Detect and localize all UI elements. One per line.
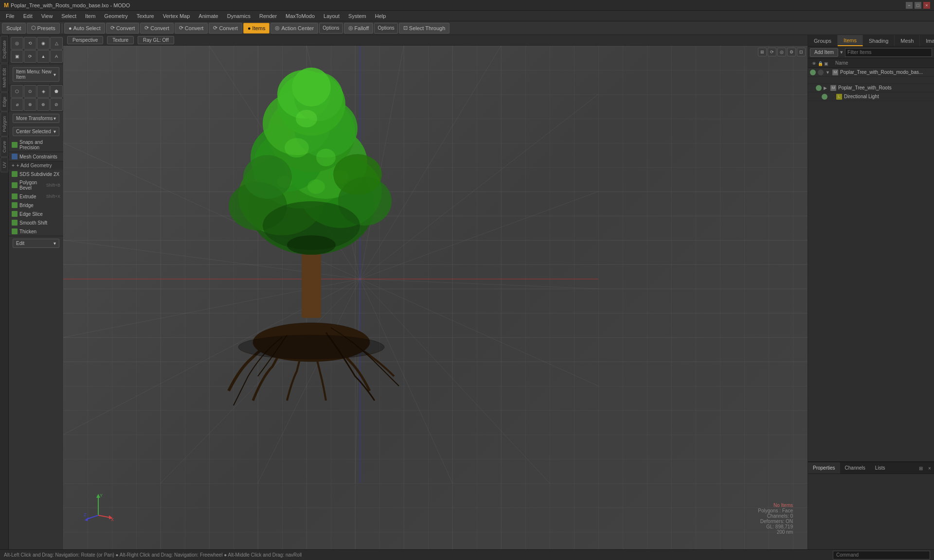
command-input[interactable] (833, 551, 930, 560)
tab-items[interactable]: Items (838, 35, 863, 46)
menu-select[interactable]: Select (57, 12, 80, 20)
snaps-precision-button[interactable]: Snaps and Precision (9, 138, 63, 152)
sculpt-button[interactable]: Sculpt (2, 23, 26, 34)
item-row-0[interactable]: ▼ M Poplar_Tree_with_Roots_modo_bas... (808, 68, 934, 77)
sculpt-btn-4[interactable]: ▣ (11, 50, 23, 63)
sculpt-btn-1[interactable]: ⟲ (24, 37, 36, 50)
prop-expand-icon[interactable]: ⊞ (916, 462, 925, 474)
sculpt-btn-5[interactable]: ⟳ (24, 50, 36, 63)
presets-button[interactable]: ⬡ Presets (27, 23, 60, 34)
sculpt-btn-11[interactable]: ⬟ (50, 85, 63, 98)
extrude-button[interactable]: Extrude Shift+X (9, 192, 63, 201)
mesh-constraints-button[interactable]: Mesh Constraints (9, 152, 63, 161)
center-selected-button[interactable]: Center Selected ▾ (13, 127, 59, 136)
sculpt-btn-14[interactable]: ⊕ (37, 98, 50, 111)
properties-tab[interactable]: Properties (808, 462, 840, 473)
sculpt-btn-0[interactable]: ◎ (11, 37, 23, 50)
item-row-1[interactable] (808, 77, 934, 84)
tab-shading[interactable]: Shading (863, 35, 895, 46)
options-button-1[interactable]: Options (319, 23, 342, 34)
bridge-button[interactable]: Bridge (9, 201, 63, 210)
menu-item[interactable]: Item (81, 12, 99, 20)
sculpt-btn-2[interactable]: ◉ (37, 37, 50, 50)
convert-button-1[interactable]: ⟳ Convert (106, 23, 140, 34)
vtab-polygon[interactable]: Polygon (0, 112, 8, 137)
sds-subdivide-button[interactable]: SDS Subdivide 2X (9, 170, 63, 178)
items-button[interactable]: ● Items (243, 23, 270, 34)
menu-view[interactable]: View (37, 12, 57, 20)
options-button-2[interactable]: Options (374, 23, 397, 34)
items-header-icons: 👁 🔒 ▣ (812, 60, 831, 66)
vtab-edge[interactable]: Edge (0, 92, 8, 111)
menu-file[interactable]: File (2, 12, 18, 20)
vp-icon-5[interactable]: ⊡ (797, 48, 806, 56)
sculpt-btn-12[interactable]: ⌀ (11, 98, 23, 111)
channels-tab[interactable]: Channels (840, 462, 870, 473)
smooth-shift-button[interactable]: Smooth Shift (9, 218, 63, 227)
menu-maxtomodo[interactable]: MaxToModo (282, 12, 319, 20)
menu-geometry[interactable]: Geometry (100, 12, 131, 20)
item-0-expand-icon[interactable]: ▼ (826, 70, 830, 75)
item-row-3[interactable]: L Directional Light (808, 92, 934, 101)
convert-button-3[interactable]: ⟳ Convert (175, 23, 208, 34)
sculpt-btn-15[interactable]: ⊘ (50, 98, 63, 111)
thicken-button[interactable]: Thicken (9, 227, 63, 236)
menu-vertex-map[interactable]: Vertex Map (159, 12, 194, 20)
vtab-duplicate[interactable]: Duplicate (0, 36, 8, 63)
vp-icon-1[interactable]: ⊞ (758, 48, 767, 56)
filter-items-input[interactable] (845, 48, 932, 57)
sculpt-btn-10[interactable]: ◈ (37, 85, 50, 98)
vp-icon-4[interactable]: ⚙ (787, 48, 796, 56)
tab-mesh[interactable]: Mesh (895, 35, 920, 46)
sculpt-btn-3[interactable]: △ (50, 37, 63, 50)
vtab-mesh-edit[interactable]: Mesh Edit (0, 64, 8, 92)
vp-icon-2[interactable]: ⟳ (768, 48, 776, 56)
prop-close-icon[interactable]: × (925, 462, 934, 474)
sculpt-btn-7[interactable]: A (50, 50, 63, 63)
perspective-tab[interactable]: Perspective (67, 36, 103, 44)
add-item-arrow[interactable]: ▾ (840, 49, 843, 55)
tab-groups[interactable]: Groups (808, 35, 838, 46)
add-geometry-header[interactable]: + + Add Geometry (9, 161, 63, 170)
menu-dynamics[interactable]: Dynamics (223, 12, 254, 20)
tab-images[interactable]: Images (920, 35, 934, 46)
texture-tab[interactable]: Texture (107, 36, 134, 44)
viewport-canvas[interactable]: ⊞ ⟳ ◎ ⚙ ⊡ (63, 46, 808, 549)
vtab-uv[interactable]: UV (0, 158, 8, 173)
select-through-button[interactable]: ⊡ Select Through (399, 23, 449, 34)
status-bar: Alt-Left Click and Drag: Navigation: Rot… (0, 549, 934, 560)
poly-bevel-icon (12, 182, 18, 188)
item-row-2[interactable]: ▶ M Poplar_Tree_with_Roots (808, 84, 934, 92)
vtab-curve[interactable]: Curve (0, 137, 8, 157)
sculpt-btn-8[interactable]: ⬡ (11, 85, 23, 98)
sculpt-btn-9[interactable]: ⊙ (24, 85, 36, 98)
vp-icon-3[interactable]: ◎ (777, 48, 786, 56)
item-2-expand-icon[interactable]: ▶ (824, 86, 828, 90)
convert-button-4[interactable]: ⟳ Convert (209, 23, 242, 34)
menu-system[interactable]: System (344, 12, 370, 20)
close-button[interactable]: × (923, 2, 930, 9)
auto-select-button[interactable]: ● Auto Select (64, 23, 105, 34)
add-item-button[interactable]: Add Item (810, 48, 838, 57)
sculpt-btn-6[interactable]: ▲ (37, 50, 50, 63)
falloff-button[interactable]: ◎ Falloff (344, 23, 374, 34)
menu-layout[interactable]: Layout (320, 12, 343, 20)
maximize-button[interactable]: □ (915, 2, 921, 9)
polygon-bevel-button[interactable]: Polygon Bevel Shift+B (9, 178, 63, 192)
menu-animate[interactable]: Animate (195, 12, 222, 20)
edge-slice-button[interactable]: Edge Slice (9, 210, 63, 218)
menu-help[interactable]: Help (371, 12, 390, 20)
convert-button-2[interactable]: ⟳ Convert (140, 23, 174, 34)
menu-render[interactable]: Render (255, 12, 281, 20)
action-center-button[interactable]: ◎ Action Center (270, 23, 318, 34)
sculpt-btn-13[interactable]: ⊗ (24, 98, 36, 111)
no-items-label: No Items (758, 503, 793, 508)
edit-button[interactable]: Edit ▾ (13, 239, 59, 248)
raygl-tab[interactable]: Ray GL: Off (138, 36, 174, 44)
lists-tab[interactable]: Lists (870, 462, 890, 473)
minimize-button[interactable]: − (906, 2, 913, 9)
more-transforms-button[interactable]: More Transforms ▾ (13, 114, 59, 123)
menu-edit[interactable]: Edit (19, 12, 36, 20)
menu-texture[interactable]: Texture (133, 12, 158, 20)
item-menu-dropdown[interactable]: Item Menu: New Item ▾ (13, 67, 59, 82)
